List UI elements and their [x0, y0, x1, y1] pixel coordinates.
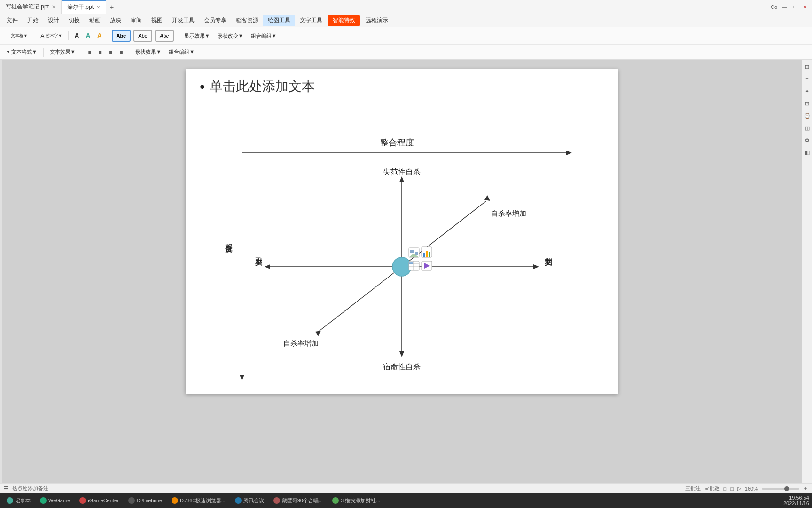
tab-notes[interactable]: 写社会学笔记.ppt ✕	[0, 0, 62, 14]
status-zoom-plus[interactable]: ＋	[803, 485, 808, 492]
toolbar-sep4	[178, 31, 178, 40]
toolbar-sep5	[43, 48, 44, 57]
taskbar-igamecenter[interactable]: iGameCenter	[76, 496, 122, 505]
toolbar-text-format[interactable]: ▼文本格式▼	[3, 47, 40, 57]
taskbar: 记事本 WeGame iGameCenter D:/livehime D:/36…	[0, 493, 812, 508]
right-icon-8[interactable]: ◧	[803, 148, 812, 157]
menu-smart-effect[interactable]: 智能特效	[328, 15, 360, 26]
tab-close-notes[interactable]: ✕	[52, 4, 55, 9]
user-label: Co	[771, 4, 777, 10]
right-icon-7[interactable]: ✿	[803, 136, 812, 144]
taskbar-360browser[interactable]: D:/360极速浏览器...	[168, 496, 229, 506]
status-bar: ☰ 热点处添加备注 三批注 ㎡批改 □ □ ▷ 160% ＋	[0, 483, 812, 493]
taskbar-wegame[interactable]: WeGame	[36, 496, 74, 505]
font-btn-green[interactable]: A	[83, 31, 94, 41]
menu-dev[interactable]: 开发工具	[167, 15, 199, 26]
font-btn-yellow[interactable]: A	[94, 31, 105, 41]
slide-area[interactable]: • 单击此处添加文本 整合程度 整合程度	[2, 60, 802, 483]
taskbar-right: 19:56:54 2022/11/16	[783, 495, 809, 506]
taskbar-notes[interactable]: 记事本	[3, 496, 34, 506]
status-notes-text[interactable]: 热点处添加备注	[12, 485, 48, 492]
svg-rect-20	[426, 251, 428, 257]
toolbar-show-effect[interactable]: 显示效果▼	[181, 31, 213, 41]
durkheim-diagram: 整合程度 整合程度	[214, 135, 580, 389]
style-btn-3[interactable]: Abc	[155, 30, 174, 42]
status-view3[interactable]: ▷	[737, 485, 741, 492]
menu-draw-tool[interactable]: 绘图工具	[263, 15, 295, 26]
right-icon-1[interactable]: ⊞	[803, 63, 812, 71]
toolbar-arttext[interactable]: A艺术字▼	[37, 31, 66, 41]
status-view1[interactable]: □	[724, 486, 727, 492]
label-fatalistic: 宿命性自杀	[383, 363, 421, 371]
clock-date: 2022/11/16	[783, 500, 809, 506]
toolbar-sep2	[68, 31, 69, 40]
menu-slideshow[interactable]: 放映	[105, 15, 126, 26]
menu-transition[interactable]: 切换	[64, 15, 85, 26]
taskbar-dragdrop[interactable]: 3.拖拽添加财社...	[328, 496, 384, 506]
zoom-slider[interactable]	[762, 488, 799, 490]
menu-file[interactable]: 文件	[2, 15, 23, 26]
status-edit[interactable]: ㎡批改	[704, 485, 720, 492]
toolbar-group[interactable]: 组合编组▼	[248, 31, 280, 41]
menu-animation[interactable]: 动画	[85, 15, 105, 26]
label-anomic: 失范性自杀	[383, 168, 421, 176]
style-btn-1[interactable]: Abc	[112, 30, 131, 42]
status-right: 三批注 ㎡批改 □ □ ▷ 160% ＋	[685, 485, 808, 492]
toolbar-shape-change[interactable]: 形状改变▼	[214, 31, 247, 41]
right-icon-3[interactable]: ✦	[803, 87, 812, 95]
window-controls: Co — □ ✕	[771, 4, 812, 10]
zoom-handle[interactable]	[784, 486, 789, 491]
right-icon-4[interactable]: ⊡	[803, 99, 812, 108]
toolbar-sep6	[82, 48, 82, 57]
close-button[interactable]: ✕	[802, 4, 808, 10]
menu-design[interactable]: 设计	[43, 15, 64, 26]
bullet-content: 单击此处添加文本	[210, 78, 315, 95]
time-display: 19:56:54 2022/11/16	[783, 495, 809, 506]
toolbar-align-left[interactable]: ≡	[85, 48, 94, 57]
slide-bullet-text[interactable]: • 单击此处添加文本	[200, 78, 315, 95]
tab-durkheim[interactable]: 涂尔干.ppt ✕	[62, 0, 106, 14]
right-icon-5[interactable]: ⌚	[803, 111, 812, 120]
svg-marker-8	[399, 176, 404, 182]
svg-marker-1	[566, 151, 572, 155]
menu-text-tool[interactable]: 文字工具	[295, 15, 327, 26]
status-comment[interactable]: 三批注	[685, 485, 701, 492]
slide-canvas: • 单击此处添加文本 整合程度 整合程度	[186, 69, 618, 394]
menu-review[interactable]: 审阅	[126, 15, 147, 26]
toolbar-align-justify[interactable]: ≡	[117, 48, 126, 57]
diagram-container: 整合程度 整合程度	[214, 135, 580, 389]
toolbar-align-center[interactable]: ≡	[95, 48, 105, 57]
maximize-button[interactable]: □	[791, 4, 798, 10]
menu-start[interactable]: 开始	[23, 15, 43, 26]
toolbar-group2[interactable]: 组合编组▼	[165, 47, 198, 57]
svg-rect-21	[429, 252, 430, 257]
right-icon-6[interactable]: ◫	[803, 124, 812, 132]
toolbar-text-effect[interactable]: 文本效果▼	[47, 47, 79, 57]
tab-close-durkheim[interactable]: ✕	[96, 5, 100, 10]
toolbar-row2: ▼文本格式▼ 文本效果▼ ≡ ≡ ≡ ≡ 形状效果▼ 组合编组▼	[0, 44, 812, 59]
title-bar: 写社会学笔记.ppt ✕ 涂尔干.ppt ✕ + Co — □ ✕	[0, 0, 812, 14]
font-btn-black[interactable]: A	[71, 31, 82, 41]
menu-bar: 文件 开始 设计 切换 动画 放映 审阅 视图 开发工具 会员专享 稻客资源 绘…	[0, 14, 812, 27]
minimize-button[interactable]: —	[781, 4, 788, 10]
add-tab-button[interactable]: +	[106, 3, 117, 11]
taskbar-livehime[interactable]: D:/livehime	[125, 496, 166, 505]
taskbar-tencentmeeting[interactable]: 腾讯会议	[231, 496, 268, 506]
toolbar-align-right[interactable]: ≡	[106, 48, 116, 57]
svg-marker-9	[399, 351, 404, 357]
label-egoistic: 利己主义	[255, 257, 263, 266]
menu-view[interactable]: 视图	[147, 15, 167, 26]
left-axis-label: 整合程度	[225, 244, 233, 253]
menu-daoke[interactable]: 稻客资源	[231, 15, 263, 26]
style-btn-2[interactable]: Abc	[133, 30, 152, 42]
taskbar-music[interactable]: 藏匿哥90个合唱...	[270, 496, 327, 506]
toolbar-sep1	[34, 31, 34, 40]
toolbar-textbox[interactable]: T 文本框▼	[3, 31, 31, 41]
toolbar-show-effect2[interactable]: 形状效果▼	[132, 47, 164, 57]
right-icon-2[interactable]: ≡	[803, 75, 812, 83]
status-view2[interactable]: □	[730, 486, 734, 492]
menu-remote[interactable]: 远程演示	[361, 15, 393, 26]
top-title: 整合程度	[380, 138, 414, 147]
center-circle	[392, 257, 411, 276]
menu-vip[interactable]: 会员专享	[199, 15, 231, 26]
